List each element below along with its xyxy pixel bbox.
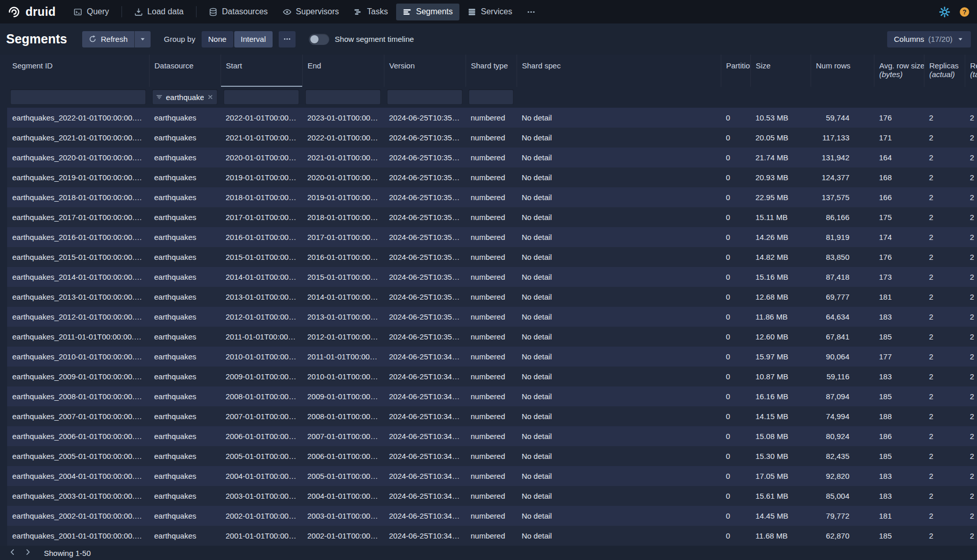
cell-version: 2024-06-25T10:34:4...	[384, 446, 466, 466]
nav-item-segments[interactable]: Segments	[396, 4, 459, 20]
cell-datasource: earthquakes	[149, 207, 221, 227]
cell-shard_spec: No detail	[517, 148, 721, 167]
column-header-size[interactable]: Size	[750, 55, 811, 87]
cell-partition: 0	[721, 406, 750, 426]
cell-partition: 0	[721, 486, 750, 506]
column-header-partition[interactable]: Partition	[721, 55, 750, 87]
cell-size: 12.60 MB	[750, 327, 811, 347]
cell-segment_id: earthquakes_2004-01-01T00:00:00.00...	[7, 466, 149, 486]
view-header: Segments Refresh Group by NoneInterval S…	[0, 23, 977, 55]
cell-avg_row_size: 171	[874, 128, 924, 148]
cell-segment_id: earthquakes_2021-01-01T00:00:00.00...	[7, 128, 149, 148]
column-header-replicas[interactable]: Replicas(actual)	[924, 55, 965, 87]
cell-segment_id: earthquakes_2010-01-01T00:00:00.00...	[7, 347, 149, 367]
chevron-right-icon	[24, 548, 32, 557]
refresh-button-label: Refresh	[101, 35, 128, 43]
column-header-avg_row_size[interactable]: Avg. row size(bytes)	[874, 55, 924, 87]
cell-replicas: 2	[924, 267, 965, 287]
nav-item-more[interactable]	[520, 4, 542, 20]
cell-num_rows: 131,942	[811, 148, 874, 167]
datasource-filter-input[interactable]: earthquakes	[152, 89, 217, 105]
nav-item-tasks[interactable]: Tasks	[347, 4, 395, 20]
cell-end: 2020-01-01T00:00:0...	[302, 167, 384, 187]
cell-segment_id: earthquakes_2016-01-01T00:00:00.00...	[7, 227, 149, 247]
version-filter-input[interactable]	[387, 89, 462, 105]
refresh-button[interactable]: Refresh	[82, 31, 134, 47]
remove-tag-icon[interactable]	[207, 93, 214, 101]
cell-num_rows: 59,116	[811, 367, 874, 386]
table-header-row: Segment IDDatasourceStartEndVersionShard…	[7, 55, 977, 87]
segment_id-filter-input[interactable]	[10, 89, 146, 105]
column-header-shard_type[interactable]: Shard type	[466, 55, 517, 87]
previous-page-button[interactable]	[5, 547, 19, 559]
nav-item-services[interactable]: Services	[461, 4, 519, 20]
cell-partition: 0	[721, 506, 750, 526]
column-header-shard_spec[interactable]: Shard spec	[517, 55, 721, 87]
cell-start: 2010-01-01T00:00:0...	[221, 347, 302, 367]
column-label: End	[308, 61, 379, 70]
cell-end: 2019-01-01T00:00:0...	[302, 187, 384, 207]
cell-version: 2024-06-25T10:35:1...	[384, 207, 466, 227]
end-filter-input[interactable]	[305, 89, 381, 105]
cell-replicas: 2	[924, 227, 965, 247]
next-page-button[interactable]	[20, 547, 35, 559]
nav-item-load-data[interactable]: Load data	[128, 4, 190, 20]
segments-table: Segment IDDatasourceStartEndVersionShard…	[7, 55, 977, 546]
column-header-end[interactable]: End	[302, 55, 384, 87]
cell-num_rows: 87,418	[811, 267, 874, 287]
cell-avg_row_size: 166	[874, 187, 924, 207]
refresh-dropdown-button[interactable]	[134, 31, 151, 47]
more-options-button[interactable]	[279, 31, 296, 47]
cell-replicas: 2	[924, 426, 965, 446]
nav-item-query[interactable]: Query	[67, 4, 116, 20]
cell-size: 11.86 MB	[750, 307, 811, 327]
cell-partition: 0	[721, 426, 750, 446]
columns-button[interactable]: Columns (17/20)	[887, 31, 971, 47]
cell-replicas: 2	[924, 367, 965, 386]
group-by-option-none[interactable]: None	[202, 31, 233, 47]
column-header-version[interactable]: Version	[384, 55, 466, 87]
nav-item-supervisors[interactable]: Supervisors	[276, 4, 346, 20]
help-icon[interactable]: ?	[959, 7, 970, 17]
segment-row: earthquakes_2001-01-01T00:00:00.00...ear…	[7, 526, 977, 546]
segment-timeline-toggle[interactable]: Show segment timeline	[309, 34, 414, 45]
cell-segment_id: earthquakes_2011-01-01T00:00:00.00...	[7, 327, 149, 347]
shard_type-filter-input[interactable]	[469, 89, 514, 105]
cell-end: 2012-01-01T00:00:0...	[302, 327, 384, 347]
cell-replicas: 2	[924, 506, 965, 526]
cell-segment_id: earthquakes_2019-01-01T00:00:00.00...	[7, 167, 149, 187]
column-header-repl_factor[interactable]: Replication factor(target)	[965, 55, 977, 87]
toggle-switch-knob[interactable]	[309, 34, 329, 45]
group-by-button-group: NoneInterval	[202, 31, 273, 47]
column-header-datasource[interactable]: Datasource	[149, 55, 221, 87]
nav-item-label: Load data	[148, 7, 184, 16]
cell-shard_spec: No detail	[517, 486, 721, 506]
cell-datasource: earthquakes	[149, 187, 221, 207]
columns-button-label: Columns	[894, 35, 924, 43]
cell-partition: 0	[721, 287, 750, 307]
druid-logo[interactable]: druid	[7, 5, 56, 19]
segment-row: earthquakes_2002-01-01T00:00:00.00...ear…	[7, 506, 977, 526]
group-by-option-interval[interactable]: Interval	[234, 31, 273, 47]
column-header-num_rows[interactable]: Num rows	[811, 55, 874, 87]
nav-item-datasources[interactable]: Datasources	[202, 4, 275, 20]
cell-shard_spec: No detail	[517, 446, 721, 466]
settings-gear-icon[interactable]	[939, 7, 950, 17]
cell-start: 2008-01-01T00:00:0...	[221, 386, 302, 406]
cell-end: 2013-01-01T00:00:0...	[302, 307, 384, 327]
services-icon	[468, 8, 476, 16]
cell-num_rows: 64,634	[811, 307, 874, 327]
column-header-segment_id[interactable]: Segment ID	[7, 55, 149, 87]
cell-start: 2014-01-01T00:00:0...	[221, 267, 302, 287]
cell-shard_spec: No detail	[517, 367, 721, 386]
column-header-start[interactable]: Start	[221, 55, 302, 87]
cell-repl_factor: 2	[965, 227, 977, 247]
cell-version: 2024-06-25T10:34:5...	[384, 386, 466, 406]
start-filter-input[interactable]	[224, 89, 299, 105]
cell-datasource: earthquakes	[149, 347, 221, 367]
segment-row: earthquakes_2020-01-01T00:00:00.00...ear…	[7, 148, 977, 167]
column-label: Replication factor	[970, 61, 977, 70]
cell-num_rows: 79,772	[811, 506, 874, 526]
pagination-bar: Showing 1-50	[0, 546, 977, 560]
refresh-icon	[89, 35, 96, 43]
